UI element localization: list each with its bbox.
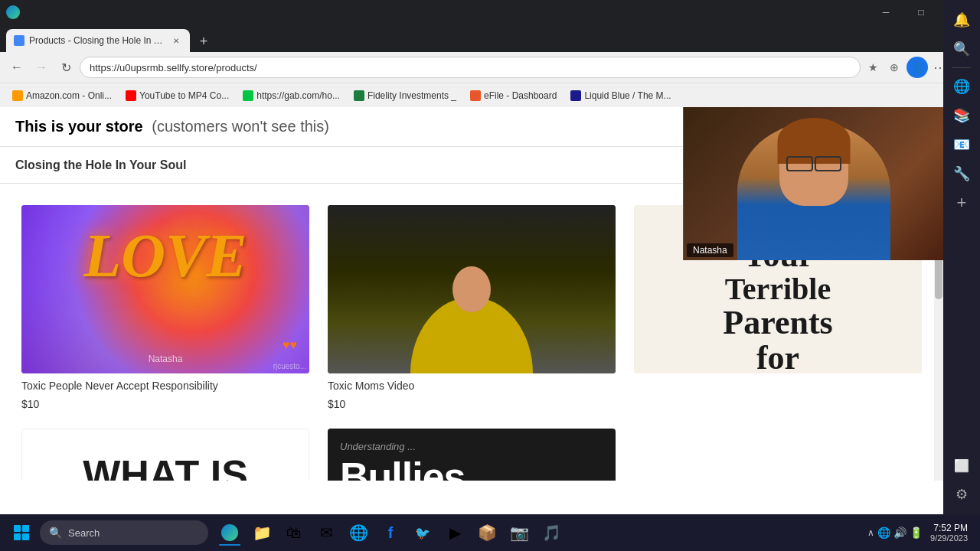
taskbar-app-camera[interactable]: 📷 [504, 517, 534, 548]
start-button[interactable] [6, 517, 37, 548]
clock-display[interactable]: 7:52 PM 9/29/2023 [930, 523, 968, 543]
sidebar-icon-settings[interactable]: ⚙ [948, 481, 975, 508]
product-title-love: Toxic People Never Accept Responsibility [21, 380, 309, 392]
bookmark-youtube-label: YouTube to MP4 Co... [139, 90, 229, 101]
browser-action-profile[interactable]: 👤 [906, 57, 928, 78]
sidebar-icon-outlook[interactable]: 📧 [948, 131, 975, 158]
tray-chevron[interactable]: ∧ [867, 527, 874, 538]
sidebar-icon-expand[interactable]: ⬜ [948, 452, 975, 479]
title-bar: ─ □ ✕ [0, 0, 980, 24]
whatis-text: WHAT IS [83, 452, 248, 481]
bookmark-youtube[interactable]: YouTube to MP4 Co... [119, 89, 235, 103]
store-banner-text: This is your store (customers won't see … [15, 118, 329, 135]
browser-action-star[interactable]: ★ [864, 58, 882, 77]
webcam-background [684, 107, 943, 260]
taskbar-app-mail[interactable]: ✉ [311, 517, 341, 548]
clock-date: 9/29/2023 [930, 533, 968, 543]
bookmark-efile-label: eFile - Dashboard [484, 90, 557, 101]
forgive-line4: Parents [723, 305, 833, 341]
bookmarks-bar: Amazon.com - Onli... YouTube to MP4 Co..… [0, 83, 980, 107]
webcam-name-badge: Natasha [687, 243, 733, 257]
minimize-button[interactable]: ─ [868, 0, 903, 24]
active-tab[interactable]: Products - Closing the Hole In Y... ✕ [6, 29, 190, 52]
product-card-empty [625, 419, 931, 481]
address-bar-row: ← → ↻ https://u0upsrmb.sellfy.store/prod… [0, 52, 980, 83]
tab-bar: Products - Closing the Hole In Y... ✕ + [0, 24, 980, 52]
edge-logo [6, 5, 20, 19]
bookmark-liquidblue[interactable]: Liquid Blue / The M... [564, 89, 677, 103]
sidebar-divider-1 [952, 67, 971, 68]
product-title-toxic-moms: Toxic Moms Video [328, 380, 616, 392]
sidebar-icon-notifications[interactable]: 🔔 [948, 6, 975, 34]
sidebar-icon-tools[interactable]: 🔧 [948, 160, 975, 187]
bookmark-fidelity[interactable]: Fidelity Investments _ [348, 89, 462, 103]
taskbar-search-box[interactable]: 🔍 Search [40, 520, 208, 545]
taskbar-app-file-explorer[interactable]: 📁 [247, 517, 277, 548]
products-grid-row2: WHAT IS Understanding ... Bullies "Bulli… [0, 419, 943, 481]
product-card-toxic-moms[interactable]: Toxic Moms Video $10 [318, 196, 625, 419]
forgive-line3: Terrible [723, 273, 833, 305]
tray-sound[interactable]: 🔊 [893, 527, 906, 539]
product-image-bullies: Understanding ... Bullies "Bullies do wh… [328, 429, 616, 481]
product-image-whatis: WHAT IS [21, 429, 309, 481]
taskbar: 🔍 Search 📁 🛍 ✉ 🌐 f 🐦 ▶ 📦 📷 🎵 ∧ 🌐 🔊 [0, 514, 980, 551]
product-image-toxic-moms [328, 205, 616, 373]
taskbar-app-youtube[interactable]: ▶ [439, 517, 470, 548]
bookmark-amazon-label: Amazon.com - Onli... [26, 90, 112, 101]
system-tray-icons: ∧ 🌐 🔊 🔋 [867, 527, 923, 539]
sidebar-icon-discover[interactable]: 🌐 [948, 73, 975, 100]
sidebar-icon-add[interactable]: + [948, 189, 975, 217]
taskbar-apps-row: 📁 🛍 ✉ 🌐 f 🐦 ▶ 📦 📷 🎵 [214, 517, 567, 548]
taskbar-search-icon: 🔍 [49, 527, 62, 539]
bookmark-amazon[interactable]: Amazon.com - Onli... [6, 89, 118, 103]
taskbar-app-amazon[interactable]: 📦 [472, 517, 502, 548]
bullies-subtitle: Understanding ... [340, 441, 603, 452]
tray-network[interactable]: 🌐 [877, 527, 890, 539]
windows-logo-icon [14, 525, 29, 540]
product-card-bullies[interactable]: Understanding ... Bullies "Bullies do wh… [318, 419, 625, 481]
bookmark-liquidblue-label: Liquid Blue / The M... [584, 90, 671, 101]
love-hearts-decoration: ♥♥ [283, 338, 297, 352]
sidebar-icon-collections[interactable]: 📚 [948, 102, 975, 129]
taskbar-app-facebook[interactable]: f [375, 517, 406, 548]
product-card-whatis[interactable]: WHAT IS [12, 419, 318, 481]
product-card-love[interactable]: LOVE Natasha ♥♥ rjcuesto... Toxic People… [12, 196, 318, 419]
clock-time: 7:52 PM [933, 523, 968, 533]
url-text: https://u0upsrmb.sellfy.store/products/ [90, 62, 257, 73]
taskbar-right-area: ∧ 🌐 🔊 🔋 7:52 PM 9/29/2023 [867, 523, 974, 543]
bookmark-fidelity-label: Fidelity Investments _ [368, 90, 456, 101]
store-name: Closing the Hole In Your Soul [15, 158, 186, 172]
taskbar-app-chrome[interactable]: 🌐 [343, 517, 374, 548]
product-price-love: $10 [21, 398, 309, 410]
bookmark-gab[interactable]: https://gab.com/ho... [237, 89, 346, 103]
product-price-toxic-moms: $10 [328, 398, 616, 410]
product-image-love: LOVE Natasha ♥♥ rjcuesto... [21, 205, 309, 373]
forgive-line5: for [723, 341, 833, 373]
maximize-button[interactable]: □ [903, 0, 939, 24]
taskbar-search-label: Search [68, 527, 100, 539]
taskbar-app-edge[interactable] [214, 517, 245, 548]
tab-close-icon[interactable]: ✕ [170, 34, 182, 47]
tray-battery[interactable]: 🔋 [910, 527, 923, 539]
new-tab-button[interactable]: + [193, 31, 214, 52]
refresh-button[interactable]: ↻ [55, 57, 77, 78]
love-word: LOVE [83, 222, 247, 289]
taskbar-app-twitter[interactable]: 🐦 [407, 517, 438, 548]
address-bar[interactable]: https://u0upsrmb.sellfy.store/products/ [80, 57, 861, 78]
forward-button[interactable]: → [31, 57, 52, 78]
bullies-title: Bullies [340, 457, 603, 481]
bookmark-gab-label: https://gab.com/ho... [256, 90, 340, 101]
sidebar-icon-search[interactable]: 🔍 [948, 35, 975, 63]
back-button[interactable]: ← [6, 57, 28, 78]
browser-action-collections[interactable]: ⊕ [885, 58, 903, 77]
title-left [6, 5, 20, 19]
taskbar-app-music[interactable]: 🎵 [536, 517, 567, 548]
webcam-overlay: Natasha [683, 107, 943, 260]
store-banner-subtext: (customers won't see this) [152, 118, 329, 135]
taskbar-app-store[interactable]: 🛍 [279, 517, 309, 548]
love-username: rjcuesto... [273, 362, 306, 370]
tab-favicon [14, 35, 24, 46]
bookmark-efile[interactable]: eFile - Dashboard [464, 89, 563, 103]
tab-title: Products - Closing the Hole In Y... [29, 35, 165, 46]
love-person-name: Natasha [149, 354, 183, 364]
